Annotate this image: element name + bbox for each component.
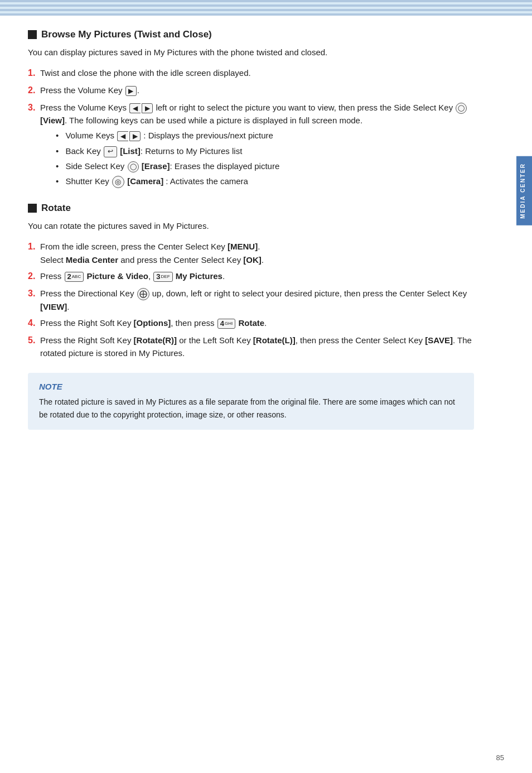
rot-step2-num: 2. xyxy=(28,270,40,284)
section1-step2: 2. Press the Volume Key ▶. xyxy=(28,84,474,98)
shutter-key: ◎ xyxy=(112,176,124,188)
rot-s2-mypics: My Pictures xyxy=(176,271,223,281)
note-text: The rotated picture is saved in My Pictu… xyxy=(39,396,463,421)
rot-step1-text: From the idle screen, press the Center S… xyxy=(40,240,474,266)
section2-steps: 1. From the idle screen, press the Cente… xyxy=(28,240,474,359)
section1-icon xyxy=(28,30,37,39)
section2-step5: 5. Press the Right Soft Key [Rotate(R)] … xyxy=(28,334,474,360)
section1-description: You can display pictures saved in My Pic… xyxy=(28,46,474,59)
top-bar xyxy=(0,0,532,16)
section1-title: Browse My Pictures (Twist and Close) xyxy=(28,29,474,40)
bullet2-list-label: [List] xyxy=(120,146,141,156)
section1-bullet-list: Volume Keys ◀ ▶ : Displays the previous/… xyxy=(56,129,474,188)
rot-s1-menu: [MENU] xyxy=(228,242,258,251)
step2-text: Press the Volume Key ▶. xyxy=(40,84,474,97)
vol-left-key: ◀ xyxy=(129,103,141,113)
step3-num: 3. xyxy=(28,101,40,115)
bullet1-vol-right: ▶ xyxy=(129,131,141,141)
side-tab: MEDIA CENTER xyxy=(516,156,532,225)
section2-description: You can rotate the pictures saved in My … xyxy=(28,219,474,232)
rot-step4-text: Press the Right Soft Key [Options], then… xyxy=(40,316,474,329)
rot-step5-num: 5. xyxy=(28,334,40,348)
rot-s5-save: [SAVE] xyxy=(425,335,453,345)
bullet3-erase-label: [Erase] xyxy=(142,161,170,171)
bullet2: Back Key ↩ [List]: Returns to My Picture… xyxy=(56,145,474,157)
section2-step2: 2. Press 2ABC Picture & Video, 3DEF My P… xyxy=(28,270,474,284)
rot-step3-num: 3. xyxy=(28,287,40,301)
rot-s4-options: [Options] xyxy=(134,318,171,328)
rot-s1-mediacenter: Media Center xyxy=(66,255,118,265)
page-number: 85 xyxy=(496,753,504,762)
bullet4-camera-label: [Camera] xyxy=(127,176,163,186)
rot-step1-num: 1. xyxy=(28,240,40,254)
back-key: ↩ xyxy=(104,146,117,157)
key-4ghi: 4GHI xyxy=(217,319,235,329)
rot-s4-rotate: Rotate xyxy=(238,318,264,328)
main-content: Browse My Pictures (Twist and Close) You… xyxy=(0,16,502,452)
key-2abc: 2ABC xyxy=(65,272,84,282)
section2-title: Rotate xyxy=(28,203,474,214)
bullet3-side-key: ◯ xyxy=(128,161,139,172)
section1-step1: 1. Twist and close the phone with the id… xyxy=(28,66,474,80)
rot-s5-rotatel: [Rotate(L)] xyxy=(253,335,296,345)
rot-step3-text: Press the Directional Key ⨁ up, down, le… xyxy=(40,287,474,313)
bullet4: Shutter Key ◎ [Camera] : Activates the c… xyxy=(56,175,474,188)
bullet1: Volume Keys ◀ ▶ : Displays the previous/… xyxy=(56,129,474,142)
bullet3: Side Select Key ◯ [Erase]: Erases the di… xyxy=(56,160,474,172)
note-box: NOTE The rotated picture is saved in My … xyxy=(28,373,474,430)
rot-s5-rotater: [Rotate(R)] xyxy=(134,335,177,345)
step1-text: Twist and close the phone with the idle … xyxy=(40,66,474,79)
volume-keys-pair: ◀ ▶ xyxy=(129,103,153,113)
step3-text: Press the Volume Keys ◀ ▶ left or right … xyxy=(40,101,474,190)
step2-num: 2. xyxy=(28,84,40,98)
section1-step3: 3. Press the Volume Keys ◀ ▶ left or rig… xyxy=(28,101,474,190)
rot-s3-view: [VIEW] xyxy=(40,302,67,311)
bullet1-vol-keys: ◀ ▶ xyxy=(117,131,141,141)
rot-step2-text: Press 2ABC Picture & Video, 3DEF My Pict… xyxy=(40,270,474,282)
directional-key: ⨁ xyxy=(137,288,149,300)
section2-step3: 3. Press the Directional Key ⨁ up, down,… xyxy=(28,287,474,313)
key-3def: 3DEF xyxy=(153,272,172,282)
rot-step5-text: Press the Right Soft Key [Rotate(R)] or … xyxy=(40,334,474,360)
rot-step4-num: 4. xyxy=(28,316,40,330)
vol-right-key: ▶ xyxy=(142,103,153,113)
section2-step1: 1. From the idle screen, press the Cente… xyxy=(28,240,474,266)
volume-key-right-btn: ▶ xyxy=(125,86,137,96)
rot-s2-picvid: Picture & Video xyxy=(86,271,148,281)
side-select-key-circle: ◯ xyxy=(456,103,467,114)
section2-icon xyxy=(28,204,37,213)
bullet1-vol-left: ◀ xyxy=(117,131,128,141)
rot-s1-ok: [OK] xyxy=(243,255,262,265)
section1-steps: 1. Twist and close the phone with the id… xyxy=(28,66,474,190)
step3-view-label: [View] xyxy=(40,116,65,125)
step1-num: 1. xyxy=(28,66,40,80)
section2-step4: 4. Press the Right Soft Key [Options], t… xyxy=(28,316,474,330)
note-title: NOTE xyxy=(39,382,463,391)
